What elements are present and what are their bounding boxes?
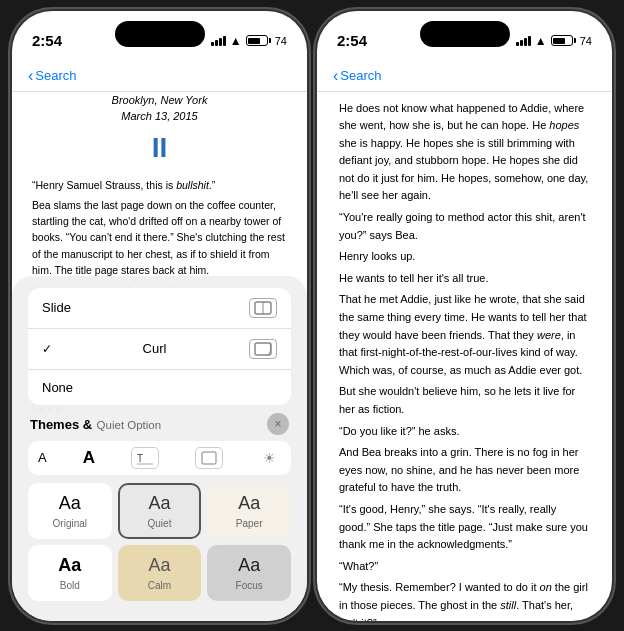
- slide-label: Slide: [42, 300, 71, 315]
- right-para-6: But she wouldn't believe him, so he lets…: [339, 383, 590, 418]
- theme-calm[interactable]: Aa Calm: [118, 545, 202, 601]
- chevron-left-icon: ‹: [28, 67, 33, 85]
- book-para-2: Bea slams the last page down on the coff…: [32, 197, 287, 278]
- right-para-8: And Bea breaks into a grin. There is no …: [339, 444, 590, 497]
- themes-header: Themes & Quiet Option ×: [28, 413, 291, 435]
- chapter-number: II: [32, 127, 287, 169]
- back-label-left: Search: [35, 68, 76, 83]
- time-right: 2:54: [337, 32, 367, 49]
- wifi-icon-left: ▲: [230, 34, 242, 48]
- dynamic-island-right: [420, 21, 510, 47]
- reader-overlay: Slide ✓ Curl: [12, 276, 307, 621]
- theme-original-aa: Aa: [59, 493, 81, 514]
- time-left: 2:54: [32, 32, 62, 49]
- transition-options: Slide ✓ Curl: [28, 288, 291, 405]
- right-para-9: “It's good, Henry,” she says. “It's real…: [339, 501, 590, 554]
- right-para-7: “Do you like it?” he asks.: [339, 423, 590, 441]
- battery-pct-right: 74: [580, 35, 592, 47]
- theme-focus[interactable]: Aa Focus: [207, 545, 291, 601]
- book-para-1: “Henry Samuel Strauss, this is bullshit.…: [32, 177, 287, 193]
- svg-text:T: T: [137, 453, 143, 464]
- svg-rect-2: [255, 343, 271, 355]
- theme-paper[interactable]: Aa Paper: [207, 483, 291, 539]
- right-para-3: Henry looks up.: [339, 248, 590, 266]
- battery-icon-right: [551, 35, 576, 46]
- book-content-right: He does not know what happened to Addie,…: [317, 92, 612, 621]
- curl-label: Curl: [143, 341, 167, 356]
- right-para-5: That he met Addie, just like he wrote, t…: [339, 291, 590, 379]
- quiet-option-label: Quiet Option: [97, 419, 162, 431]
- close-button[interactable]: ×: [267, 413, 289, 435]
- theme-bold-label: Bold: [60, 580, 80, 591]
- left-phone: 2:54 ▲ 74 ‹ Search: [12, 11, 307, 621]
- theme-paper-label: Paper: [236, 518, 263, 529]
- theme-calm-aa: Aa: [148, 555, 170, 576]
- status-icons-right: ▲ 74: [516, 34, 592, 48]
- slide-option[interactable]: Slide: [28, 288, 291, 329]
- theme-quiet[interactable]: Aa Quiet: [118, 483, 202, 539]
- status-icons-left: ▲ 74: [211, 34, 287, 48]
- chevron-left-icon-right: ‹: [333, 67, 338, 85]
- right-phone: 2:54 ▲ 74 ‹ Search: [317, 11, 612, 621]
- theme-paper-aa: Aa: [238, 493, 260, 514]
- theme-bold-aa: Aa: [58, 555, 81, 576]
- theme-grid: Aa Original Aa Quiet Aa Paper Aa Bold: [28, 483, 291, 601]
- signal-icon-left: [211, 36, 226, 46]
- theme-quiet-aa: Aa: [148, 493, 170, 514]
- back-button-right[interactable]: ‹ Search: [333, 67, 382, 85]
- theme-original-label: Original: [53, 518, 87, 529]
- svg-rect-5: [202, 452, 216, 464]
- theme-focus-label: Focus: [236, 580, 263, 591]
- text-controls: A A T ☀: [28, 441, 291, 475]
- battery-icon-left: [246, 35, 271, 46]
- theme-bold[interactable]: Aa Bold: [28, 545, 112, 601]
- theme-quiet-label: Quiet: [148, 518, 172, 529]
- dynamic-island: [115, 21, 205, 47]
- nav-bar-right: ‹ Search: [317, 61, 612, 92]
- themes-title-area: Themes & Quiet Option: [30, 415, 161, 433]
- theme-original[interactable]: Aa Original: [28, 483, 112, 539]
- wifi-icon-right: ▲: [535, 34, 547, 48]
- checkmark-icon: ✓: [42, 342, 52, 356]
- close-icon: ×: [274, 417, 281, 431]
- themes-title: Themes &: [30, 417, 92, 432]
- nav-bar-left: ‹ Search: [12, 61, 307, 92]
- back-label-right: Search: [340, 68, 381, 83]
- none-label: None: [42, 380, 73, 395]
- right-para-1: He does not know what happened to Addie,…: [339, 100, 590, 206]
- curl-option[interactable]: ✓ Curl: [28, 329, 291, 370]
- theme-calm-label: Calm: [148, 580, 171, 591]
- right-para-2: “You're really going to method actor thi…: [339, 209, 590, 244]
- slide-icon: [249, 298, 277, 318]
- text-small-a[interactable]: A: [38, 450, 47, 465]
- right-para-11: “My thesis. Remember? I wanted to do it …: [339, 579, 590, 620]
- signal-icon-right: [516, 36, 531, 46]
- font-icon[interactable]: T: [131, 447, 159, 469]
- text-large-a[interactable]: A: [83, 448, 95, 468]
- brightness-icon[interactable]: ☀: [259, 447, 281, 469]
- right-para-10: “What?”: [339, 558, 590, 576]
- battery-pct-left: 74: [275, 35, 287, 47]
- book-content-left: Brooklyn, New York March 13, 2015 II “He…: [12, 92, 307, 416]
- page-icon[interactable]: [195, 447, 223, 469]
- none-option[interactable]: None: [28, 370, 291, 405]
- right-para-4: He wants to tell her it's all true.: [339, 270, 590, 288]
- back-button-left[interactable]: ‹ Search: [28, 67, 77, 85]
- book-location: Brooklyn, New York March 13, 2015: [32, 92, 287, 125]
- theme-focus-aa: Aa: [238, 555, 260, 576]
- curl-icon: [249, 339, 277, 359]
